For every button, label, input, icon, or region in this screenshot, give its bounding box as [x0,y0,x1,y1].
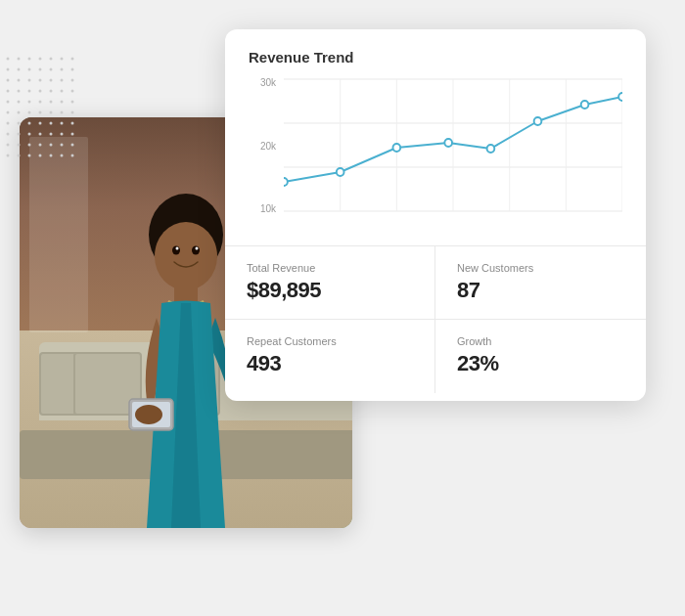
stats-grid: Total Revenue $89,895 New Customers 87 R… [225,246,646,393]
stat-label-repeat-customers: Repeat Customers [247,335,413,347]
y-label-10k: 10k [260,203,276,214]
svg-point-24 [337,168,344,176]
dashboard-card: Revenue Trend 30k 20k 10k [225,29,646,401]
stat-value-repeat-customers: 493 [247,351,413,376]
svg-point-26 [444,139,452,147]
svg-rect-1 [0,54,78,161]
svg-point-25 [392,144,400,152]
stat-cell-growth: Growth 23% [435,320,646,393]
y-axis-labels: 30k 20k 10k [249,77,280,214]
stat-label-total-revenue: Total Revenue [247,262,413,274]
svg-point-10 [192,246,200,255]
svg-point-9 [172,246,180,255]
stat-label-growth: Growth [457,335,624,347]
svg-point-8 [135,405,162,424]
revenue-chart-svg [284,77,622,214]
stat-cell-repeat-customers: Repeat Customers 493 [225,320,435,393]
dot-grid-decoration [0,54,78,165]
stat-cell-new-customers: New Customers 87 [435,246,646,320]
svg-point-23 [284,178,288,186]
y-label-30k: 30k [260,77,276,88]
chart-area: Revenue Trend 30k 20k 10k [225,29,646,246]
stat-value-new-customers: 87 [457,278,624,303]
stat-value-total-revenue: $89,895 [247,278,413,303]
svg-point-30 [618,93,622,101]
stat-cell-total-revenue: Total Revenue $89,895 [225,246,435,320]
scene: Revenue Trend 30k 20k 10k [0,0,685,616]
chart-title: Revenue Trend [249,49,622,66]
y-label-20k: 20k [260,141,276,152]
svg-rect-4 [174,286,198,303]
svg-point-3 [155,222,217,290]
svg-point-28 [534,117,542,125]
svg-point-27 [487,145,495,153]
svg-point-12 [196,247,199,250]
chart-plot [284,77,622,214]
chart-container: 30k 20k 10k [249,77,622,234]
window-light [29,137,88,332]
stat-label-new-customers: New Customers [457,262,624,274]
svg-point-29 [581,101,589,109]
stat-value-growth: 23% [457,351,624,376]
svg-point-11 [176,247,179,250]
